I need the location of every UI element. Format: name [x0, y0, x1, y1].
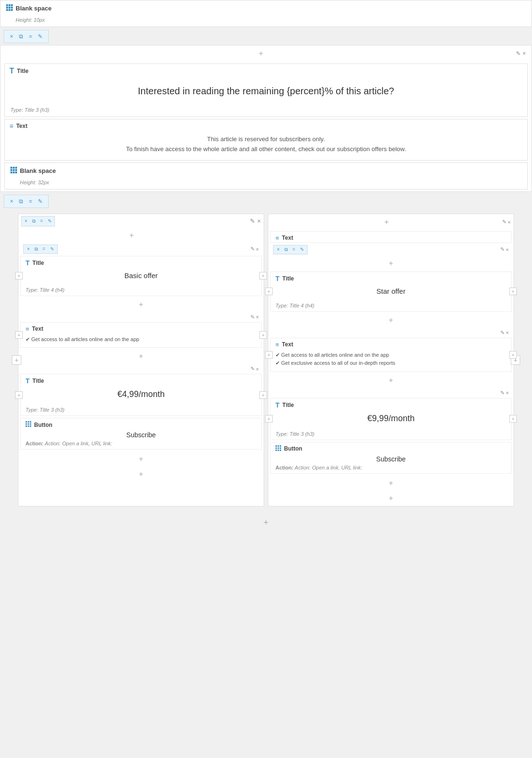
add-bottom-1-left[interactable]: + — [139, 453, 143, 465]
side-add-left-right-title[interactable]: + — [265, 288, 273, 295]
add-after-text-left[interactable]: + — [139, 350, 143, 362]
copy-button-1[interactable]: ⧉ — [17, 32, 25, 41]
add-plus-col-left-top[interactable]: + — [129, 229, 133, 242]
text-lines-icon: ≡ — [9, 122, 13, 130]
right-inner-del-btn[interactable]: × — [506, 246, 509, 253]
svg-rect-18 — [26, 421, 27, 423]
move-button-1[interactable]: = — [27, 32, 34, 41]
right-inner-edit[interactable]: ✎ — [298, 246, 306, 253]
col-del-icon-left[interactable]: × — [257, 217, 261, 225]
right-inner-x[interactable]: × — [275, 246, 282, 253]
left-title-type: Type: Title 4 (h4) — [21, 287, 261, 296]
bottom-add-btn[interactable]: + — [264, 516, 269, 530]
svg-rect-34 — [278, 450, 279, 451]
text-block-line1: This article is reserved for subscribers… — [24, 135, 508, 144]
add-bottom-1-right[interactable]: + — [389, 477, 393, 489]
text-del-btn-left[interactable]: × — [256, 314, 259, 320]
bottom-add-row: + — [0, 510, 532, 535]
col-edit-btn-left[interactable]: ✎ — [46, 217, 53, 225]
svg-rect-27 — [275, 445, 277, 447]
right-text-content-1: ✔ Get access to all articles online and … — [275, 351, 506, 360]
delete-section-btn[interactable]: × — [523, 50, 526, 57]
left-title-block: + + T Title Basic offer Type: Title 4 (h… — [20, 256, 262, 296]
col-copy-btn-left[interactable]: ⧉ — [30, 217, 37, 225]
blank-space-label-top: Blank space — [16, 5, 52, 12]
svg-rect-1 — [9, 4, 10, 6]
col-x-btn-left[interactable]: × — [23, 217, 29, 225]
inner-edit-btn-left[interactable]: ✎ — [250, 246, 255, 252]
col-move-btn-left[interactable]: = — [38, 217, 45, 225]
edit-section-btn[interactable]: ✎ — [516, 50, 521, 57]
inner-del-btn-left[interactable]: × — [256, 246, 259, 252]
right-inner-copy[interactable]: ⧉ — [283, 246, 290, 253]
right-subscribe-btn: Subscribe — [271, 453, 511, 465]
copy-button-2[interactable]: ⧉ — [17, 197, 25, 206]
left-title-T: T — [26, 259, 30, 267]
price-del-btn-left[interactable]: × — [256, 366, 259, 372]
right-price-type: Type: Title 3 (h3) — [271, 431, 511, 440]
add-right-inner[interactable]: + — [389, 257, 393, 270]
add-after-title-right[interactable]: + — [389, 314, 393, 326]
col-edit-icon-left[interactable]: ✎ — [250, 217, 255, 225]
side-add-left-title[interactable]: + — [15, 272, 23, 280]
add-plus-right-top[interactable]: + — [384, 216, 389, 228]
side-add-right-price[interactable]: + — [259, 391, 267, 399]
section-block-main: + ✎ × T Title Interested in reading the … — [0, 45, 532, 192]
add-after-text-right[interactable]: + — [389, 374, 393, 387]
move-button-2[interactable]: = — [27, 197, 34, 206]
svg-rect-33 — [275, 450, 277, 451]
right-price-block: + + T Title €9,99/month Type: Title 3 (h… — [270, 398, 512, 440]
text-edit-btn-left[interactable]: ✎ — [250, 314, 255, 320]
side-add-right-text[interactable]: + — [259, 331, 267, 339]
side-add-left-right-price[interactable]: + — [265, 415, 273, 423]
right-title-block: + + T Title Star offer Type: Title 4 (h4… — [270, 271, 512, 312]
add-bottom-2-left[interactable]: + — [139, 468, 143, 480]
x-button-2[interactable]: × — [8, 197, 15, 206]
edit-button-2[interactable]: ✎ — [36, 197, 44, 206]
right-text-del-btn[interactable]: × — [506, 330, 509, 336]
edit-button-1[interactable]: ✎ — [36, 32, 44, 41]
blank-space-block-inner: Blank space Height: 32px — [4, 162, 528, 190]
inner-move-left[interactable]: = — [41, 245, 47, 253]
grid-icon-2 — [10, 167, 17, 175]
left-column: + × ⧉ = ✎ ✎ × + — [18, 214, 264, 506]
right-inner-edit-btn[interactable]: ✎ — [500, 246, 505, 253]
svg-rect-5 — [11, 7, 13, 9]
side-add-left-btn[interactable]: + — [12, 355, 21, 365]
right-text-edit-btn[interactable]: ✎ — [500, 330, 505, 336]
left-title-label: Title — [33, 260, 44, 266]
side-add-right-right-text[interactable]: + — [509, 351, 517, 359]
side-add-right-right-title[interactable]: + — [509, 288, 517, 295]
right-price-del-btn[interactable]: × — [506, 390, 509, 396]
svg-rect-14 — [15, 169, 17, 171]
right-btn-block-label: Button — [284, 445, 302, 452]
right-text-block: + + ≡ Text ✔ Get access to all articles … — [270, 338, 512, 372]
right-col-edit-btn[interactable]: ✎ — [502, 219, 506, 225]
side-add-left-right-text[interactable]: + — [265, 351, 273, 359]
right-inner-move[interactable]: = — [291, 246, 297, 253]
left-btn-block-label: Button — [34, 422, 53, 428]
side-add-left-text[interactable]: + — [15, 331, 23, 339]
text-block-main: ≡ Text This article is reserved for subs… — [4, 119, 528, 161]
side-add-right-title[interactable]: + — [259, 272, 267, 280]
svg-rect-23 — [30, 424, 31, 425]
add-plus-top[interactable]: + — [259, 47, 263, 60]
inner-edit-left[interactable]: ✎ — [48, 245, 56, 253]
svg-rect-21 — [26, 424, 27, 425]
inner-x-left[interactable]: × — [25, 245, 32, 253]
x-button-1[interactable]: × — [8, 32, 15, 41]
inner-copy-left[interactable]: ⧉ — [33, 245, 40, 253]
svg-rect-29 — [280, 445, 281, 447]
left-btn-grid-icon — [26, 421, 31, 428]
price-edit-btn-left[interactable]: ✎ — [250, 366, 255, 372]
svg-rect-6 — [6, 9, 8, 11]
add-bottom-2-right[interactable]: + — [389, 492, 393, 505]
svg-rect-0 — [6, 4, 8, 6]
svg-rect-11 — [15, 167, 17, 169]
right-price-edit-btn[interactable]: ✎ — [500, 390, 505, 396]
add-after-title-left[interactable]: + — [139, 298, 143, 311]
side-add-left-price[interactable]: + — [15, 391, 23, 399]
side-add-right-right-price[interactable]: + — [509, 415, 517, 423]
right-col-del-btn[interactable]: × — [508, 219, 511, 225]
right-text-block-top: ≡ Text — [270, 231, 512, 243]
